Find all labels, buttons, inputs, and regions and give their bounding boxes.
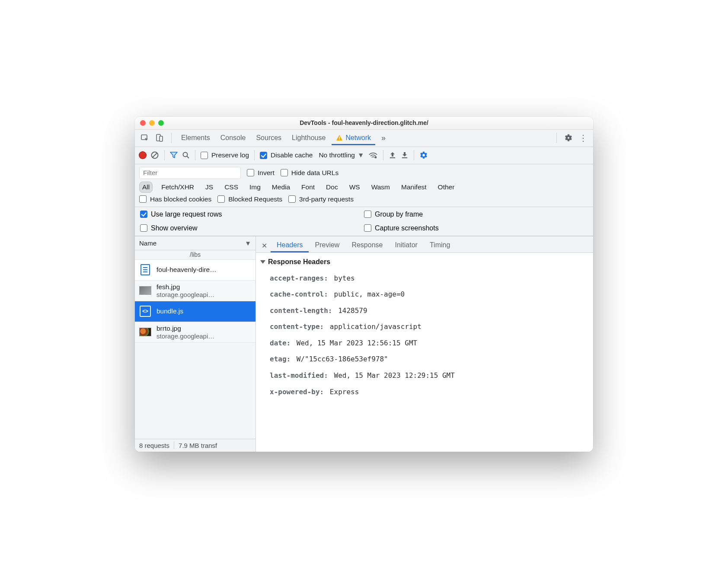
use-large-rows-checkbox[interactable]: Use large request rows — [140, 211, 364, 218]
hide-data-urls-checkbox[interactable]: Hide data URLs — [281, 169, 338, 177]
minimize-window-button[interactable] — [149, 120, 155, 126]
type-chip-all[interactable]: All — [139, 182, 153, 193]
disable-cache-checkbox[interactable]: Disable cache — [260, 151, 313, 159]
capture-screenshots-checkbox[interactable]: Capture screenshots — [364, 224, 588, 232]
header-key: accept-ranges: — [270, 274, 328, 282]
request-row[interactable]: fesh.jpgstorage.googleapi… — [135, 281, 255, 301]
request-list[interactable]: /libs foul-heavenly-dire…fesh.jpgstorage… — [135, 250, 255, 439]
third-party-requests-checkbox[interactable]: 3rd-party requests — [288, 195, 354, 203]
request-name: fesh.jpg — [156, 283, 214, 291]
tab-network[interactable]: Network — [332, 131, 375, 145]
checkbox-icon — [281, 169, 288, 176]
settings-gear-icon[interactable] — [562, 131, 575, 144]
device-toolbar-icon[interactable] — [153, 131, 166, 144]
request-row[interactable]: <>bundle.js — [135, 301, 255, 322]
checkbox-icon — [288, 195, 296, 203]
type-chip-doc[interactable]: Doc — [323, 182, 341, 192]
request-row[interactable]: foul-heavenly-dire… — [135, 260, 255, 281]
detail-tab-response[interactable]: Response — [345, 238, 389, 252]
type-chip-media[interactable]: Media — [269, 182, 293, 192]
main-tabstrip: Elements Console Sources Lighthouse Netw… — [135, 130, 593, 147]
img-icon — [139, 284, 151, 297]
tab-network-label: Network — [345, 134, 371, 142]
detail-tab-initiator[interactable]: Initiator — [389, 238, 423, 252]
doc-icon — [139, 264, 151, 276]
filter-input[interactable] — [139, 167, 241, 179]
header-value: 1428579 — [334, 306, 367, 315]
inspect-element-icon[interactable] — [138, 131, 151, 144]
header-key: date: — [270, 339, 291, 347]
tab-console[interactable]: Console — [216, 131, 250, 145]
type-chip-ws[interactable]: WS — [347, 182, 363, 192]
response-headers-section[interactable]: Response Headers — [259, 256, 593, 270]
chevron-down-icon: ▼ — [358, 151, 364, 159]
window-controls — [140, 120, 164, 126]
group-by-frame-checkbox[interactable]: Group by frame — [364, 211, 588, 218]
svg-rect-2 — [160, 136, 163, 141]
network-settings-gear-icon[interactable] — [419, 151, 428, 160]
column-header-label: Name — [139, 239, 156, 247]
type-chip-other[interactable]: Other — [435, 182, 457, 192]
more-tabs-icon[interactable]: » — [377, 131, 390, 144]
capture-screenshots-label: Capture screenshots — [375, 224, 439, 232]
tab-elements[interactable]: Elements — [177, 131, 214, 145]
svg-rect-4 — [339, 139, 340, 140]
network-conditions-icon[interactable] — [368, 151, 378, 159]
hide-data-urls-label: Hide data URLs — [291, 169, 338, 177]
disable-cache-label: Disable cache — [271, 151, 313, 159]
tab-lighthouse[interactable]: Lighthouse — [287, 131, 330, 145]
invert-checkbox[interactable]: Invert — [247, 169, 275, 177]
network-toolbar: Preserve log Disable cache No throttling… — [135, 147, 593, 164]
clear-icon[interactable] — [150, 151, 159, 160]
header-key: content-length: — [270, 306, 332, 315]
search-icon[interactable] — [182, 151, 190, 159]
type-chip-manifest[interactable]: Manifest — [399, 182, 429, 192]
type-chip-css[interactable]: CSS — [222, 182, 241, 192]
request-domain: storage.googleapi… — [156, 291, 214, 298]
svg-line-8 — [187, 156, 189, 159]
type-chip-fetch-xhr[interactable]: Fetch/XHR — [159, 182, 197, 192]
record-button[interactable] — [139, 152, 146, 159]
detail-tab-timing[interactable]: Timing — [424, 238, 456, 252]
upload-har-icon[interactable] — [389, 151, 396, 159]
separator — [556, 133, 557, 143]
detail-tab-preview[interactable]: Preview — [309, 238, 345, 252]
has-blocked-cookies-checkbox[interactable]: Has blocked cookies — [139, 195, 211, 203]
filter-funnel-icon[interactable] — [170, 151, 178, 159]
type-chip-wasm[interactable]: Wasm — [369, 182, 393, 192]
preserve-log-checkbox[interactable]: Preserve log — [201, 151, 249, 159]
disclosure-triangle-icon — [260, 260, 265, 264]
type-chip-img[interactable]: Img — [247, 182, 263, 192]
checkbox-icon — [364, 211, 371, 218]
svg-rect-11 — [402, 157, 407, 158]
throttling-select[interactable]: No throttling ▼ — [319, 151, 364, 159]
group-by-frame-label: Group by frame — [375, 211, 423, 218]
header-value: Wed, 15 Mar 2023 12:29:15 GMT — [330, 371, 455, 380]
download-har-icon[interactable] — [401, 151, 409, 159]
filter-block: Invert Hide data URLs AllFetch/XHRJSCSSI… — [135, 164, 593, 207]
type-filter-row: AllFetch/XHRJSCSSImgMediaFontDocWSWasmMa… — [139, 182, 589, 193]
type-chip-js[interactable]: JS — [203, 182, 216, 192]
show-overview-checkbox[interactable]: Show overview — [140, 224, 364, 232]
type-chip-font[interactable]: Font — [299, 182, 317, 192]
header-row: last-modified: Wed, 15 Mar 2023 12:29:15… — [259, 367, 593, 384]
separator — [164, 150, 165, 160]
header-key: etag: — [270, 355, 291, 363]
maximize-window-button[interactable] — [158, 120, 164, 126]
request-row[interactable]: brrto.jpgstorage.googleapi… — [135, 322, 255, 343]
header-row: date: Wed, 15 Mar 2023 12:56:15 GMT — [259, 335, 593, 351]
headers-panel[interactable]: Response Headers accept-ranges: bytescac… — [256, 253, 593, 452]
svg-point-9 — [375, 156, 377, 159]
close-detail-icon[interactable]: ✕ — [259, 242, 270, 252]
checkbox-icon — [364, 224, 371, 232]
checkbox-icon — [139, 195, 147, 203]
kebab-menu-icon[interactable]: ⋮ — [577, 131, 590, 144]
close-window-button[interactable] — [140, 120, 146, 126]
separator — [254, 150, 255, 160]
detail-tab-headers[interactable]: Headers — [271, 238, 309, 252]
tab-sources[interactable]: Sources — [252, 131, 286, 145]
header-key: cache-control: — [270, 290, 328, 298]
column-header-name[interactable]: Name ▼ — [135, 236, 255, 250]
status-bar: 8 requests 7.9 MB transf — [135, 439, 255, 452]
blocked-requests-checkbox[interactable]: Blocked Requests — [217, 195, 282, 203]
